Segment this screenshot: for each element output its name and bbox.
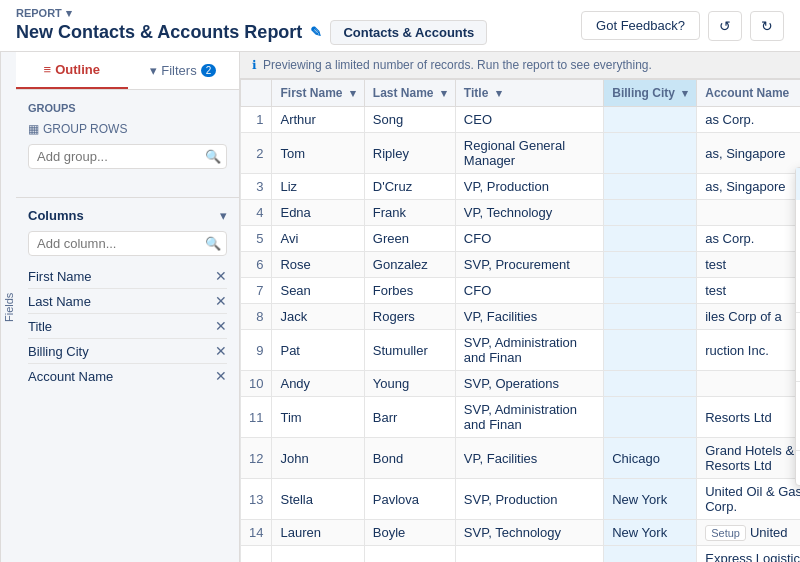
menu-divider	[796, 450, 800, 451]
column-name: Billing City	[28, 344, 89, 359]
context-menu-item[interactable]: ↓Sort Descending	[796, 200, 800, 232]
td-num: 12	[241, 438, 272, 479]
add-group-input[interactable]	[37, 149, 205, 164]
context-menu-item[interactable]: ◎Bucket This Column	[796, 315, 800, 347]
table-wrap: First Name ▾ Last Name ▾ Title ▾ Billing…	[240, 79, 800, 562]
context-menu-item[interactable]: #Hide Unique Count	[796, 347, 800, 379]
td-accountname: Grand Hotels & Resorts Ltd	[697, 438, 800, 479]
lastname-sort-icon[interactable]: ▾	[441, 87, 447, 99]
td-lastname: Young	[364, 371, 455, 397]
fields-tab[interactable]: Fields	[0, 52, 16, 562]
setup-badge: Setup	[705, 525, 746, 541]
edit-title-icon[interactable]: ✎	[310, 24, 322, 40]
th-title[interactable]: Title ▾	[455, 80, 603, 107]
td-firstname: Andy	[272, 371, 364, 397]
td-num: 15	[241, 546, 272, 563]
group-rows-icon: ▦	[28, 122, 39, 136]
groups-title-text: Groups	[28, 102, 76, 114]
td-billingcity: New York	[604, 479, 697, 520]
td-billingcity	[604, 304, 697, 330]
td-num: 9	[241, 330, 272, 371]
group-rows-text: GROUP ROWS	[43, 122, 127, 136]
filters-tab-label: Filters	[161, 63, 196, 78]
redo-button[interactable]: ↻	[750, 11, 784, 41]
column-remove-icon[interactable]: ✕	[215, 268, 227, 284]
td-lastname: Song	[364, 107, 455, 133]
column-remove-icon[interactable]: ✕	[215, 343, 227, 359]
groups-section: Groups ▦ GROUP ROWS 🔍	[16, 90, 239, 197]
billingcity-sort-icon[interactable]: ▾	[682, 87, 688, 99]
td-title: SVP, Operations	[455, 546, 603, 563]
undo-button[interactable]: ↺	[708, 11, 742, 41]
td-billingcity	[604, 174, 697, 200]
add-group-search-icon: 🔍	[205, 149, 221, 164]
td-num: 13	[241, 479, 272, 520]
td-billingcity	[604, 200, 697, 226]
td-billingcity	[604, 133, 697, 174]
td-billingcity: Chicago	[604, 438, 697, 479]
td-title: VP, Production	[455, 174, 603, 200]
column-item: Last Name✕	[28, 289, 227, 314]
column-item: First Name✕	[28, 264, 227, 289]
th-lastname[interactable]: Last Name ▾	[364, 80, 455, 107]
context-menu-item[interactable]: ≡Group Rows by This Field	[796, 232, 800, 264]
top-bar-right: Got Feedback? ↺ ↻	[581, 11, 784, 41]
td-lastname: Levy	[364, 546, 455, 563]
add-group-field[interactable]: 🔍	[28, 144, 227, 169]
filter-badge: 2	[201, 64, 217, 77]
tab-outline[interactable]: ≡ Outline	[16, 52, 128, 89]
table-row: 11 Tim Barr SVP, Administration and Fina…	[241, 397, 801, 438]
firstname-sort-icon[interactable]: ▾	[350, 87, 356, 99]
th-firstname[interactable]: First Name ▾	[272, 80, 364, 107]
td-firstname: Arthur	[272, 107, 364, 133]
td-num: 5	[241, 226, 272, 252]
td-accountname: Express Logistics and Trans	[697, 546, 800, 563]
column-remove-icon[interactable]: ✕	[215, 318, 227, 334]
td-billingcity	[604, 252, 697, 278]
context-menu-item[interactable]: ↑Sort Ascending	[796, 168, 800, 200]
add-column-input[interactable]	[37, 236, 205, 251]
preview-message: Previewing a limited number of records. …	[263, 58, 652, 72]
td-firstname: Stella	[272, 479, 364, 520]
columns-section: Columns ▾ 🔍 First Name✕Last Name✕Title✕B…	[16, 197, 239, 400]
td-accountname: test	[697, 278, 800, 304]
add-column-field[interactable]: 🔍	[28, 231, 227, 256]
content-area: ℹ Previewing a limited number of records…	[240, 52, 800, 562]
context-menu-item[interactable]: ✕Remove Column	[796, 453, 800, 485]
columns-arrow-icon[interactable]: ▾	[220, 208, 227, 223]
column-remove-icon[interactable]: ✕	[215, 368, 227, 384]
context-menu-item: ≡Group Columns by This Field	[796, 264, 800, 310]
td-lastname: Pavlova	[364, 479, 455, 520]
table-row: 7 Sean Forbes CFO test	[241, 278, 801, 304]
report-tab-pill[interactable]: Contacts & Accounts	[330, 20, 487, 45]
td-lastname: Rogers	[364, 304, 455, 330]
td-title: VP, Facilities	[455, 304, 603, 330]
td-title: SVP, Production	[455, 479, 603, 520]
td-num: 11	[241, 397, 272, 438]
td-accountname: Resorts Ltd	[697, 397, 800, 438]
report-label-text: REPORT	[16, 7, 62, 19]
th-accountname[interactable]: Account Name	[697, 80, 800, 107]
tab-filters[interactable]: ▾ Filters 2	[128, 52, 240, 89]
td-accountname	[697, 200, 800, 226]
report-title-text: New Contacts & Accounts Report	[16, 22, 302, 43]
column-name: Account Name	[28, 369, 113, 384]
td-lastname: Boyle	[364, 520, 455, 546]
context-menu-item[interactable]: ←Move Left	[796, 384, 800, 416]
title-sort-icon[interactable]: ▾	[496, 87, 502, 99]
info-icon: ℹ	[252, 58, 257, 72]
td-num: 3	[241, 174, 272, 200]
report-dropdown-icon[interactable]: ▾	[66, 7, 72, 20]
context-menu-item[interactable]: →Move Right	[796, 416, 800, 448]
sidebar-tabs: ≡ Outline ▾ Filters 2	[16, 52, 239, 90]
td-lastname: Barr	[364, 397, 455, 438]
table-row: 3 Liz D'Cruz VP, Production as, Singapor…	[241, 174, 801, 200]
td-billingcity	[604, 371, 697, 397]
column-remove-icon[interactable]: ✕	[215, 293, 227, 309]
table-row: 1 Arthur Song CEO as Corp.	[241, 107, 801, 133]
feedback-button[interactable]: Got Feedback?	[581, 11, 700, 40]
td-accountname: test	[697, 252, 800, 278]
td-lastname: D'Cruz	[364, 174, 455, 200]
table-row: 13 Stella Pavlova SVP, Production New Yo…	[241, 479, 801, 520]
th-billingcity[interactable]: Billing City ▾	[604, 80, 697, 107]
